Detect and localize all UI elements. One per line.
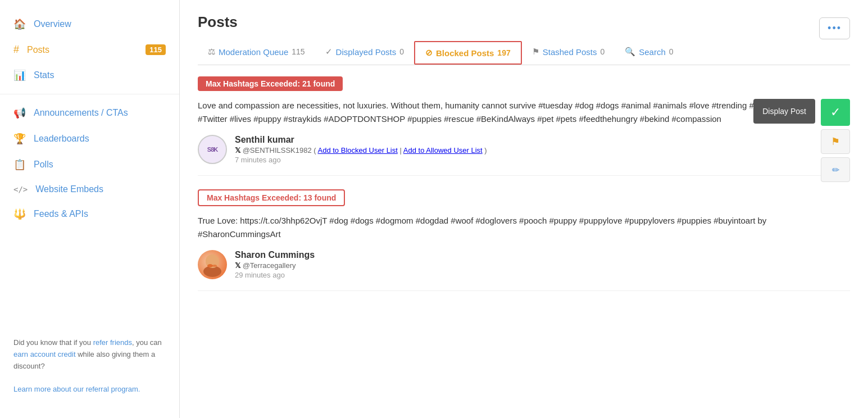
author-handle-1: 𝕏 @SENTHILSSK1982 ( Add to Blocked User …: [235, 146, 487, 155]
sidebar-item-stats[interactable]: 📊 Stats: [0, 62, 179, 88]
home-icon: 🏠: [13, 18, 26, 30]
sidebar-divider: [0, 94, 179, 94]
tab-label: Moderation Queue: [219, 47, 288, 57]
posts-badge: 115: [146, 44, 166, 55]
tab-label: Blocked Posts: [436, 48, 494, 58]
page-title: Posts: [198, 13, 850, 31]
footer-text2: , you can: [132, 338, 162, 347]
moderation-icon: ⚖: [208, 47, 215, 57]
sidebar-item-website-embeds[interactable]: </> Website Embeds: [0, 178, 179, 201]
tab-blocked-posts[interactable]: ⊘ Blocked Posts 197: [414, 41, 522, 65]
hash-icon: #: [13, 44, 19, 56]
tab-label: Stashed Posts: [543, 47, 597, 57]
svg-point-3: [207, 264, 213, 267]
author-name-2: Sharon Cummings: [235, 250, 315, 260]
x-platform-icon-2: 𝕏: [235, 261, 240, 270]
sidebar: 🏠 Overview # Posts 115 📊 Stats 📢 Announc…: [0, 0, 180, 418]
edit-button-1[interactable]: ✏: [821, 157, 850, 182]
sidebar-item-posts[interactable]: # Posts 115: [0, 37, 179, 62]
tab-label: Displayed Posts: [336, 47, 397, 57]
tab-moderation-queue[interactable]: ⚖ Moderation Queue 115: [198, 40, 315, 65]
author-handle-2: 𝕏 @Terracegallery: [235, 261, 315, 270]
post-author-1: S8K Senthil kumar 𝕏 @SENTHILSSK1982 ( Ad…: [198, 135, 850, 164]
sidebar-item-leaderboards[interactable]: 🏆 Leaderboards: [0, 126, 179, 152]
avatar-2: [198, 250, 227, 279]
post-author-2: Sharon Cummings 𝕏 @Terracegallery 29 min…: [198, 250, 850, 279]
post-actions-1: ✓ ⚑ ✏: [821, 99, 850, 182]
alert-badge-2: Max Hashtags Exceeded: 13 found: [198, 189, 345, 206]
add-blocked-user-link[interactable]: Add to Blocked User List: [318, 146, 398, 155]
stats-icon: 📊: [13, 69, 26, 81]
leaderboards-icon: 🏆: [13, 133, 26, 145]
tab-count: 115: [292, 47, 305, 56]
tab-label: Search: [639, 47, 666, 57]
tabs-container: ⚖ Moderation Queue 115 ✓ Displayed Posts…: [198, 40, 850, 65]
sidebar-item-label: Stats: [34, 70, 54, 80]
author-name-1: Senthil kumar: [235, 135, 487, 145]
sidebar-item-label: Polls: [34, 160, 53, 170]
sidebar-item-label: Leaderboards: [34, 134, 89, 144]
sidebar-item-polls[interactable]: 📋 Polls: [0, 152, 179, 178]
post-card-2: Max Hashtags Exceeded: 13 found True Lov…: [198, 189, 850, 291]
author-time-2: 29 minutes ago: [235, 271, 315, 279]
add-allowed-user-link[interactable]: Add to Allowed User List: [403, 146, 483, 155]
tab-search[interactable]: 🔍 Search 0: [615, 40, 683, 65]
sidebar-item-overview[interactable]: 🏠 Overview: [0, 11, 179, 37]
footer-referral-link[interactable]: Learn more about our referral program.: [13, 385, 140, 393]
post-text-2: True Love: https://t.co/3hhp62OvjT #dog …: [198, 214, 850, 241]
author-time-1: 7 minutes ago: [235, 156, 487, 164]
footer-text1: Did you know that if you: [13, 338, 93, 347]
embeds-icon: </>: [13, 185, 28, 194]
sidebar-item-label: Announcements / CTAs: [34, 108, 128, 118]
tab-count: 0: [600, 47, 605, 56]
author-links: ( Add to Blocked User List | Add to Allo…: [313, 146, 487, 155]
polls-icon: 📋: [13, 158, 26, 171]
tab-count: 0: [669, 47, 674, 56]
sidebar-item-label: Website Embeds: [35, 184, 103, 194]
sidebar-footer: Did you know that if you refer friends, …: [0, 326, 179, 407]
feeds-icon: 🔱: [13, 208, 26, 220]
tab-count: 0: [399, 47, 404, 56]
checkmark-icon: ✓: [830, 105, 840, 120]
author-info-2: Sharon Cummings 𝕏 @Terracegallery 29 min…: [235, 250, 315, 279]
tab-count: 197: [497, 48, 510, 57]
x-platform-icon: 𝕏: [235, 146, 240, 155]
sidebar-item-label: Feeds & APIs: [34, 209, 88, 219]
sidebar-item-feeds-apis[interactable]: 🔱 Feeds & APIs: [0, 201, 179, 227]
flag-icon: ⚑: [831, 135, 840, 148]
post-text-1: Love and compassion are necessities, not…: [198, 99, 850, 126]
svg-point-4: [212, 265, 217, 267]
post-card-1: Max Hashtags Exceeded: 21 found Love and…: [198, 76, 850, 176]
sidebar-item-announcements[interactable]: 📢 Announcements / CTAs: [0, 100, 179, 126]
avatar-1: S8K: [198, 135, 227, 164]
alert-badge-1: Max Hashtags Exceeded: 21 found: [198, 76, 343, 91]
sidebar-item-label: Posts: [27, 45, 49, 55]
blocked-icon: ⊘: [425, 48, 433, 58]
author-info-1: Senthil kumar 𝕏 @SENTHILSSK1982 ( Add to…: [235, 135, 487, 164]
display-post-button-1[interactable]: Display Post: [753, 99, 815, 124]
stash-icon: ⚑: [532, 47, 539, 57]
footer-refer-link[interactable]: refer friends: [93, 338, 132, 347]
approve-button-1[interactable]: ✓: [821, 99, 850, 126]
search-icon: 🔍: [625, 47, 635, 57]
announcements-icon: 📢: [13, 107, 26, 119]
main-content: Posts ••• ⚖ Moderation Queue 115 ✓ Displ…: [180, 0, 868, 418]
tab-displayed-posts[interactable]: ✓ Displayed Posts 0: [315, 40, 414, 65]
sidebar-item-label: Overview: [34, 19, 71, 29]
check-icon: ✓: [325, 47, 333, 57]
more-options-button[interactable]: •••: [819, 17, 850, 39]
footer-earn-link[interactable]: earn account credit: [13, 350, 76, 358]
tab-stashed-posts[interactable]: ⚑ Stashed Posts 0: [522, 40, 615, 65]
pencil-icon: ✏: [832, 165, 839, 175]
flag-button-1[interactable]: ⚑: [821, 129, 850, 154]
